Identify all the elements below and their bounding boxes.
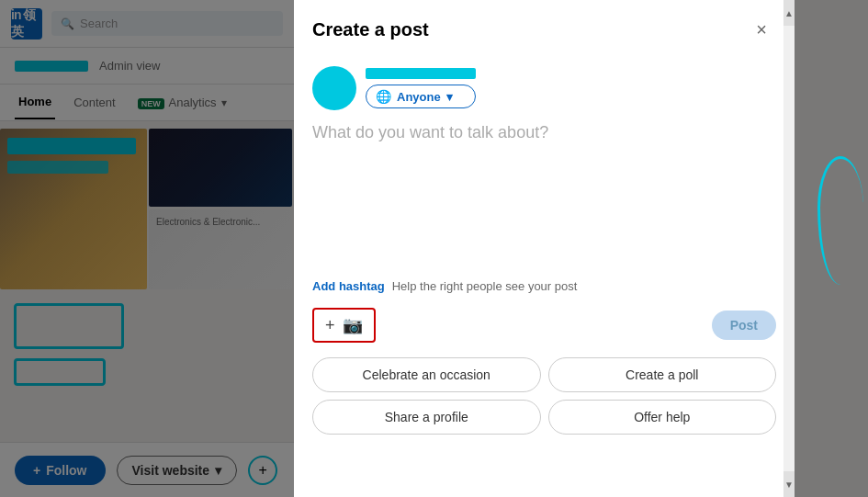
create-poll-button[interactable]: Create a poll: [548, 357, 777, 392]
add-photo-button[interactable]: 📷: [343, 315, 363, 335]
profile-info: 🌐 Anyone ▾: [366, 68, 476, 108]
celebrate-occasion-button[interactable]: Celebrate an occasion: [312, 357, 541, 392]
modal-scrollbar: ▲ ▼: [783, 0, 795, 497]
audience-selector[interactable]: 🌐 Anyone ▾: [366, 85, 476, 108]
camera-icon: 📷: [343, 315, 363, 335]
globe-icon: 🌐: [376, 89, 391, 104]
offer-help-button[interactable]: Offer help: [548, 400, 777, 435]
action-buttons-grid: Celebrate an occasion Create a poll Shar…: [312, 357, 776, 435]
close-icon: ×: [756, 19, 767, 40]
profile-row: 🌐 Anyone ▾: [312, 66, 776, 110]
modal-header: Create a post ×: [294, 0, 795, 55]
modal-title: Create a post: [312, 19, 429, 40]
hashtag-help-text: Help the right people see your post: [392, 279, 578, 293]
scroll-up-button[interactable]: ▲: [783, 0, 795, 26]
scroll-down-button[interactable]: ▼: [783, 471, 795, 497]
plus-icon: +: [325, 316, 335, 335]
audience-chevron-icon: ▾: [446, 90, 453, 104]
hashtag-row: Add hashtag Help the right people see yo…: [312, 279, 776, 293]
add-hashtag-link[interactable]: Add hashtag: [312, 279, 385, 293]
toolbar-row: + 📷 Post: [312, 308, 776, 343]
create-post-modal: Create a post × 🌐 Anyone ▾ What do you w…: [294, 0, 795, 497]
toolbar-left: + 📷: [312, 308, 376, 343]
post-text-area[interactable]: What do you want to talk about?: [312, 121, 776, 268]
avatar: [312, 66, 356, 110]
post-button[interactable]: Post: [712, 311, 776, 340]
close-modal-button[interactable]: ×: [747, 15, 776, 44]
audience-label: Anyone: [397, 90, 441, 104]
profile-name-placeholder: [366, 68, 476, 79]
add-media-button[interactable]: +: [325, 316, 335, 335]
share-profile-button[interactable]: Share a profile: [312, 400, 541, 435]
post-placeholder-text: What do you want to talk about?: [312, 123, 548, 141]
modal-body: 🌐 Anyone ▾ What do you want to talk abou…: [294, 55, 795, 497]
